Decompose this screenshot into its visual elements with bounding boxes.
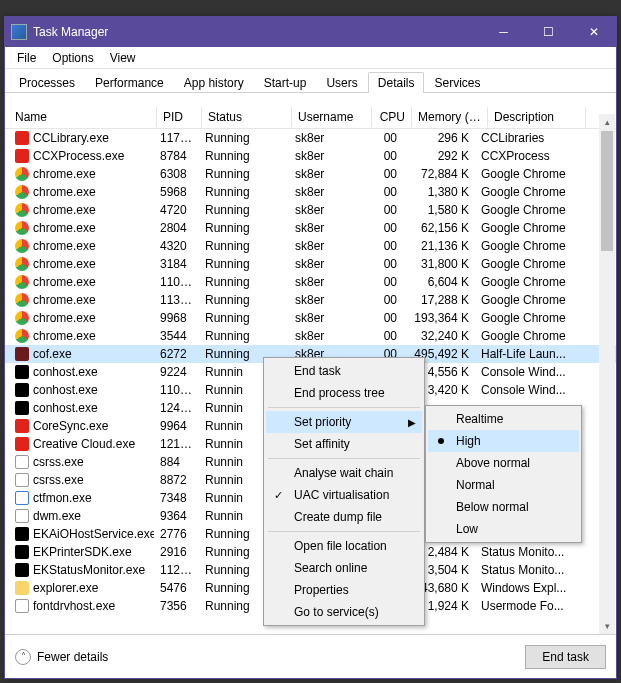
task-manager-window: Task Manager ─ ☐ ✕ File Options View Pro… bbox=[4, 16, 617, 679]
column-header[interactable]: Memory (p... bbox=[412, 107, 488, 127]
column-header[interactable]: CPU bbox=[372, 107, 412, 127]
process-cpu: 00 bbox=[369, 329, 403, 343]
process-pid: 7348 bbox=[154, 491, 199, 505]
process-memory: 296 K bbox=[403, 131, 475, 145]
column-header[interactable]: PID bbox=[157, 107, 202, 127]
process-icon bbox=[15, 311, 29, 325]
context-menu-item[interactable]: Set priority▶ bbox=[266, 411, 422, 433]
scroll-up-button[interactable]: ▴ bbox=[599, 114, 615, 130]
table-row[interactable]: chrome.exe3184Runningsk8er0031,800 KGoog… bbox=[5, 255, 616, 273]
table-row[interactable]: chrome.exe6308Runningsk8er0072,884 KGoog… bbox=[5, 165, 616, 183]
priority-submenu[interactable]: RealtimeHighAbove normalNormalBelow norm… bbox=[425, 405, 582, 543]
minimize-button[interactable]: ─ bbox=[481, 17, 526, 47]
process-icon bbox=[15, 545, 29, 559]
process-description: CCLibraries bbox=[475, 131, 585, 145]
process-name: explorer.exe bbox=[33, 581, 98, 595]
priority-menu-item[interactable]: Low bbox=[428, 518, 579, 540]
column-header[interactable]: Name bbox=[9, 107, 157, 127]
context-menu-item[interactable]: Properties bbox=[266, 579, 422, 601]
priority-menu-item[interactable]: Above normal bbox=[428, 452, 579, 474]
scroll-down-button[interactable]: ▾ bbox=[599, 618, 615, 634]
process-name: Creative Cloud.exe bbox=[33, 437, 135, 451]
context-menu-item[interactable]: End process tree bbox=[266, 382, 422, 404]
priority-menu-item[interactable]: Realtime bbox=[428, 408, 579, 430]
process-name: conhost.exe bbox=[33, 401, 98, 415]
context-menu-item[interactable]: UAC virtualisation✓ bbox=[266, 484, 422, 506]
table-row[interactable]: chrome.exe9968Runningsk8er00193,364 KGoo… bbox=[5, 309, 616, 327]
process-pid: 6272 bbox=[154, 347, 199, 361]
process-pid: 8872 bbox=[154, 473, 199, 487]
context-menu-item[interactable]: Go to service(s) bbox=[266, 601, 422, 623]
close-button[interactable]: ✕ bbox=[571, 17, 616, 47]
tab-users[interactable]: Users bbox=[316, 72, 367, 93]
table-row[interactable]: chrome.exe5968Runningsk8er001,380 KGoogl… bbox=[5, 183, 616, 201]
table-row[interactable]: chrome.exe11016Runningsk8er006,604 KGoog… bbox=[5, 273, 616, 291]
table-row[interactable]: chrome.exe4720Runningsk8er001,580 KGoogl… bbox=[5, 201, 616, 219]
table-row[interactable]: chrome.exe2804Runningsk8er0062,156 KGoog… bbox=[5, 219, 616, 237]
column-headers: NamePIDStatusUsernameCPUMemory (p...Desc… bbox=[5, 105, 616, 129]
context-menu-item[interactable]: End task bbox=[266, 360, 422, 382]
fewer-details-toggle[interactable]: ˄ Fewer details bbox=[15, 649, 108, 665]
process-icon bbox=[15, 455, 29, 469]
process-cpu: 00 bbox=[369, 275, 403, 289]
context-menu-item[interactable]: Open file location bbox=[266, 535, 422, 557]
process-memory: 31,800 K bbox=[403, 257, 475, 271]
process-user: sk8er bbox=[289, 203, 369, 217]
table-row[interactable]: chrome.exe4320Runningsk8er0021,136 KGoog… bbox=[5, 237, 616, 255]
menu-view[interactable]: View bbox=[102, 49, 144, 67]
scroll-thumb[interactable] bbox=[601, 131, 613, 251]
tab-details[interactable]: Details bbox=[368, 72, 425, 93]
tab-processes[interactable]: Processes bbox=[9, 72, 85, 93]
process-status: Running bbox=[199, 149, 289, 163]
end-task-button[interactable]: End task bbox=[525, 645, 606, 669]
process-name: chrome.exe bbox=[33, 185, 96, 199]
menu-separator bbox=[268, 407, 420, 408]
process-description: Google Chrome bbox=[475, 239, 585, 253]
table-row[interactable]: chrome.exe11304Runningsk8er0017,288 KGoo… bbox=[5, 291, 616, 309]
process-user: sk8er bbox=[289, 167, 369, 181]
titlebar[interactable]: Task Manager ─ ☐ ✕ bbox=[5, 17, 616, 47]
process-icon bbox=[15, 473, 29, 487]
table-row[interactable]: CCLibrary.exe11764Runningsk8er00296 KCCL… bbox=[5, 129, 616, 147]
priority-menu-item[interactable]: High bbox=[428, 430, 579, 452]
vertical-scrollbar[interactable]: ▴ ▾ bbox=[599, 114, 615, 634]
process-pid: 11216 bbox=[154, 563, 199, 577]
tab-services[interactable]: Services bbox=[424, 72, 490, 93]
tab-startup[interactable]: Start-up bbox=[254, 72, 317, 93]
tab-performance[interactable]: Performance bbox=[85, 72, 174, 93]
tab-app-history[interactable]: App history bbox=[174, 72, 254, 93]
menu-options[interactable]: Options bbox=[44, 49, 101, 67]
context-menu-item[interactable]: Create dump file bbox=[266, 506, 422, 528]
table-row[interactable]: chrome.exe3544Runningsk8er0032,240 KGoog… bbox=[5, 327, 616, 345]
priority-menu-item[interactable]: Below normal bbox=[428, 496, 579, 518]
process-icon bbox=[15, 347, 29, 361]
context-menu-item[interactable]: Analyse wait chain bbox=[266, 462, 422, 484]
process-description: Google Chrome bbox=[475, 329, 585, 343]
menu-file[interactable]: File bbox=[9, 49, 44, 67]
column-header[interactable]: Description bbox=[488, 107, 586, 127]
process-icon bbox=[15, 221, 29, 235]
priority-menu-item[interactable]: Normal bbox=[428, 474, 579, 496]
process-status: Running bbox=[199, 185, 289, 199]
column-header[interactable]: Username bbox=[292, 107, 372, 127]
process-name: CCLibrary.exe bbox=[33, 131, 109, 145]
table-row[interactable]: CCXProcess.exe8784Runningsk8er00292 KCCX… bbox=[5, 147, 616, 165]
process-status: Running bbox=[199, 275, 289, 289]
context-menu-item[interactable]: Set affinity bbox=[266, 433, 422, 455]
context-menu[interactable]: End taskEnd process treeSet priority▶Set… bbox=[263, 357, 425, 626]
process-status: Running bbox=[199, 131, 289, 145]
process-description: Google Chrome bbox=[475, 203, 585, 217]
process-user: sk8er bbox=[289, 221, 369, 235]
context-menu-item[interactable]: Search online bbox=[266, 557, 422, 579]
process-user: sk8er bbox=[289, 293, 369, 307]
maximize-button[interactable]: ☐ bbox=[526, 17, 571, 47]
process-pid: 2804 bbox=[154, 221, 199, 235]
process-pid: 11016 bbox=[154, 275, 199, 289]
menu-separator bbox=[268, 531, 420, 532]
process-cpu: 00 bbox=[369, 149, 403, 163]
column-header[interactable]: Status bbox=[202, 107, 292, 127]
process-description: CCXProcess bbox=[475, 149, 585, 163]
process-cpu: 00 bbox=[369, 203, 403, 217]
process-icon bbox=[15, 239, 29, 253]
process-pid: 3544 bbox=[154, 329, 199, 343]
